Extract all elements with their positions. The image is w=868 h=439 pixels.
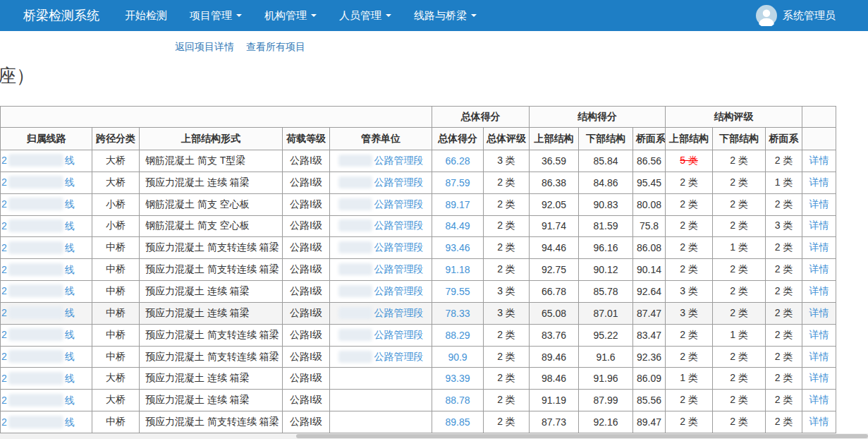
detail-link[interactable]: 详情	[809, 220, 829, 231]
management-unit-cell	[330, 368, 432, 390]
line-link[interactable]: 2线	[1, 329, 75, 340]
group-header-structure-score: 结构得分	[530, 107, 666, 128]
nav-item-project-management[interactable]: 项目管理	[178, 0, 253, 31]
back-to-project-detail-link[interactable]: 返回项目详情	[175, 41, 234, 54]
structure-score-cell: 84.86	[579, 172, 633, 193]
unit-link[interactable]: 公路管理段	[338, 263, 424, 275]
unit-link[interactable]: 公路管理段	[338, 329, 424, 340]
unit-link[interactable]: 公路管理段	[338, 285, 424, 296]
overall-score-link[interactable]: 79.55	[445, 286, 470, 297]
overall-score-link[interactable]: 93.39	[445, 373, 470, 384]
nav-item-lines-and-bridges[interactable]: 线路与桥梁	[403, 0, 488, 31]
span-class-cell: 小桥	[92, 193, 140, 215]
structure-form-cell: 预应力混凝土 连续 箱梁	[140, 281, 283, 303]
overall-score-link[interactable]: 89.85	[445, 416, 470, 428]
chevron-down-icon	[311, 14, 317, 17]
nav-item-organization-management[interactable]: 机构管理	[253, 0, 328, 31]
detail-link[interactable]: 详情	[809, 372, 829, 383]
line-link[interactable]: 2线	[1, 155, 75, 166]
nav-item-start-inspection[interactable]: 开始检测	[114, 0, 178, 31]
overall-score-link[interactable]: 90.9	[448, 351, 467, 363]
structure-form-cell: 预应力混凝土 连续 箱梁	[140, 390, 283, 411]
overall-score-cell: 66.28	[432, 150, 484, 172]
structure-rating-cell: 2 类	[766, 259, 802, 281]
line-link[interactable]: 2线	[1, 176, 75, 188]
redaction-blur	[338, 241, 372, 253]
detail-link[interactable]: 详情	[809, 198, 829, 210]
unit-link[interactable]: 公路管理段	[338, 220, 424, 231]
overall-score-link[interactable]: 66.28	[445, 155, 470, 167]
table-row: 2线大桥预应力混凝土 连续 箱梁公路I级公路管理段87.592 类86.3884…	[1, 172, 836, 193]
line-link[interactable]: 2线	[1, 285, 75, 296]
line-link[interactable]: 2线	[1, 395, 75, 406]
redaction-blur	[8, 154, 63, 167]
unit-link[interactable]: 公路管理段	[338, 241, 424, 253]
overall-score-link[interactable]: 93.46	[445, 242, 470, 253]
group-header-overall-score: 总体得分	[432, 107, 530, 128]
line-link[interactable]: 2线	[1, 264, 75, 275]
horizontal-scrollbar-thumb[interactable]	[296, 434, 868, 438]
user-menu[interactable]: 系统管理员	[756, 5, 836, 26]
overall-score-link[interactable]: 78.33	[445, 308, 470, 319]
redaction-blur	[8, 284, 63, 297]
line-link[interactable]: 2线	[1, 307, 75, 318]
detail-link[interactable]: 详情	[809, 394, 829, 405]
load-grade-cell: 公路I级	[283, 215, 330, 237]
unit-link[interactable]: 公路管理段	[338, 307, 424, 318]
overall-score-link[interactable]: 88.78	[445, 395, 470, 406]
col-header-management-unit: 管养单位	[330, 128, 432, 150]
detail-link[interactable]: 详情	[809, 176, 829, 188]
detail-link[interactable]: 详情	[809, 416, 829, 427]
structure-score-cell: 65.08	[530, 302, 579, 324]
line-cell: 2线	[1, 368, 92, 390]
detail-link[interactable]: 详情	[809, 155, 829, 166]
nav-item-personnel-management[interactable]: 人员管理	[328, 0, 403, 31]
load-grade-cell: 公路I级	[283, 411, 330, 433]
detail-link[interactable]: 详情	[809, 263, 829, 275]
unit-link[interactable]: 公路管理段	[338, 155, 424, 166]
detail-link[interactable]: 详情	[809, 329, 829, 340]
detail-link[interactable]: 详情	[809, 307, 829, 318]
detail-link[interactable]: 详情	[809, 285, 829, 296]
line-cell: 2线	[1, 390, 92, 411]
chevron-down-icon	[236, 14, 242, 17]
overall-score-cell: 91.18	[432, 259, 484, 281]
line-link[interactable]: 2线	[1, 198, 75, 210]
structure-score-cell: 86.56	[633, 150, 666, 172]
horizontal-scrollbar[interactable]	[0, 433, 868, 439]
table-column-header-row: 归属线路 跨径分类 上部结构形式 荷载等级 管养单位 总体得分 总体评级 上部结…	[1, 128, 836, 150]
table-row: 2线小桥钢筋混凝土 简支 空心板公路I级公路管理段89.172 类92.0590…	[1, 193, 836, 215]
overall-score-link[interactable]: 91.18	[445, 264, 470, 275]
app-brand[interactable]: 桥梁检测系统	[23, 7, 99, 24]
structure-score-cell: 83.76	[530, 324, 579, 346]
span-class-cell: 中桥	[92, 411, 140, 433]
structure-form-cell: 预应力混凝土 简支转连续 箱梁	[140, 346, 283, 368]
management-unit-cell: 公路管理段	[330, 215, 432, 237]
line-link[interactable]: 2线	[1, 242, 75, 253]
unit-link[interactable]: 公路管理段	[338, 351, 424, 362]
line-link[interactable]: 2线	[1, 220, 75, 231]
structure-score-cell: 36.59	[530, 150, 579, 172]
detail-link[interactable]: 详情	[809, 351, 829, 362]
management-unit-cell: 公路管理段	[330, 150, 432, 172]
overall-score-link[interactable]: 84.49	[445, 220, 470, 231]
chevron-down-icon	[471, 14, 477, 17]
line-cell: 2线	[1, 215, 92, 237]
line-link[interactable]: 2线	[1, 373, 75, 384]
table-row: 2线中桥预应力混凝土 简支转连续 箱梁公路I级89.852 类87.7392.1…	[1, 411, 836, 433]
structure-rating-cell: 2 类	[766, 150, 802, 172]
unit-link[interactable]: 公路管理段	[338, 198, 424, 210]
structure-score-cell: 94.46	[530, 237, 579, 259]
detail-link[interactable]: 详情	[809, 241, 829, 253]
line-link[interactable]: 2线	[1, 416, 75, 428]
structure-form-cell: 预应力混凝土 简支转连续 箱梁	[140, 411, 283, 433]
overall-rating-cell: 2 类	[484, 193, 530, 215]
unit-link[interactable]: 公路管理段	[338, 176, 424, 188]
overall-score-link[interactable]: 89.17	[445, 199, 470, 210]
view-all-projects-link[interactable]: 查看所有项目	[246, 41, 305, 54]
structure-score-cell: 90.83	[579, 193, 633, 215]
overall-score-link[interactable]: 87.59	[445, 177, 470, 188]
line-link[interactable]: 2线	[1, 351, 75, 362]
overall-score-link[interactable]: 88.29	[445, 330, 470, 341]
detail-cell: 详情	[802, 302, 836, 324]
